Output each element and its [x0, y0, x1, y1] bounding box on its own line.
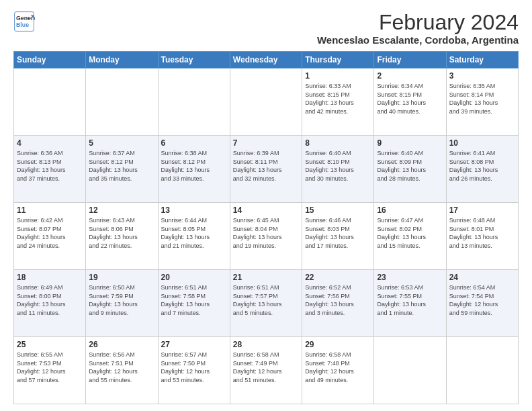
- day-number: 19: [89, 273, 154, 282]
- calendar-week-row: 18Sunrise: 6:49 AM Sunset: 8:00 PM Dayli…: [14, 270, 519, 337]
- day-info: Sunrise: 6:56 AM Sunset: 7:51 PM Dayligh…: [89, 351, 154, 384]
- day-info: Sunrise: 6:57 AM Sunset: 7:50 PM Dayligh…: [161, 351, 227, 384]
- day-info: Sunrise: 6:46 AM Sunset: 8:03 PM Dayligh…: [305, 216, 371, 250]
- day-info: Sunrise: 6:51 AM Sunset: 7:57 PM Dayligh…: [233, 283, 299, 317]
- day-info: Sunrise: 6:38 AM Sunset: 8:12 PM Dayligh…: [161, 149, 227, 183]
- title-block: February 2024 Wenceslao Escalante, Cordo…: [317, 11, 519, 46]
- day-number: 22: [305, 273, 371, 282]
- calendar-cell: 26Sunrise: 6:56 AM Sunset: 7:51 PM Dayli…: [86, 337, 158, 404]
- calendar-week-row: 1Sunrise: 6:33 AM Sunset: 8:15 PM Daylig…: [14, 68, 519, 136]
- calendar-cell: 3Sunrise: 6:35 AM Sunset: 8:14 PM Daylig…: [446, 68, 518, 136]
- day-info: Sunrise: 6:47 AM Sunset: 8:02 PM Dayligh…: [377, 216, 443, 250]
- day-info: Sunrise: 6:36 AM Sunset: 8:13 PM Dayligh…: [17, 149, 83, 183]
- calendar-cell: 7Sunrise: 6:39 AM Sunset: 8:11 PM Daylig…: [230, 136, 302, 203]
- calendar-cell: 20Sunrise: 6:51 AM Sunset: 7:58 PM Dayli…: [158, 270, 230, 337]
- day-info: Sunrise: 6:41 AM Sunset: 8:08 PM Dayligh…: [449, 149, 515, 183]
- day-number: 2: [377, 71, 443, 81]
- day-info: Sunrise: 6:39 AM Sunset: 8:11 PM Dayligh…: [233, 149, 299, 183]
- day-number: 5: [89, 138, 154, 148]
- day-number: 23: [377, 273, 443, 282]
- calendar-cell: 9Sunrise: 6:40 AM Sunset: 8:09 PM Daylig…: [374, 136, 446, 203]
- day-info: Sunrise: 6:42 AM Sunset: 8:07 PM Dayligh…: [17, 216, 83, 250]
- month-year-title: February 2024: [317, 11, 519, 34]
- calendar-week-row: 11Sunrise: 6:42 AM Sunset: 8:07 PM Dayli…: [14, 203, 519, 270]
- calendar-cell: 27Sunrise: 6:57 AM Sunset: 7:50 PM Dayli…: [158, 337, 230, 404]
- day-info: Sunrise: 6:33 AM Sunset: 8:15 PM Dayligh…: [305, 82, 371, 116]
- col-thursday: Thursday: [302, 52, 374, 68]
- col-wednesday: Wednesday: [230, 52, 302, 68]
- calendar-cell: 10Sunrise: 6:41 AM Sunset: 8:08 PM Dayli…: [446, 136, 518, 203]
- calendar-cell: 17Sunrise: 6:48 AM Sunset: 8:01 PM Dayli…: [446, 203, 518, 270]
- day-info: Sunrise: 6:58 AM Sunset: 7:49 PM Dayligh…: [233, 351, 299, 384]
- calendar-header: Sunday Monday Tuesday Wednesday Thursday…: [14, 52, 519, 68]
- svg-text:Blue: Blue: [16, 21, 29, 28]
- day-number: 4: [17, 138, 83, 148]
- day-info: Sunrise: 6:55 AM Sunset: 7:53 PM Dayligh…: [17, 351, 83, 384]
- calendar-cell: 28Sunrise: 6:58 AM Sunset: 7:49 PM Dayli…: [230, 337, 302, 404]
- day-number: 17: [449, 205, 515, 215]
- calendar-cell: 18Sunrise: 6:49 AM Sunset: 8:00 PM Dayli…: [14, 270, 86, 337]
- day-info: Sunrise: 6:54 AM Sunset: 7:54 PM Dayligh…: [449, 283, 515, 317]
- calendar-week-row: 25Sunrise: 6:55 AM Sunset: 7:53 PM Dayli…: [14, 337, 519, 404]
- calendar-cell: 14Sunrise: 6:45 AM Sunset: 8:04 PM Dayli…: [230, 203, 302, 270]
- day-info: Sunrise: 6:52 AM Sunset: 7:56 PM Dayligh…: [305, 283, 371, 317]
- day-number: 24: [449, 273, 515, 282]
- calendar-cell: 13Sunrise: 6:44 AM Sunset: 8:05 PM Dayli…: [158, 203, 230, 270]
- day-number: 28: [233, 340, 299, 349]
- day-info: Sunrise: 6:34 AM Sunset: 8:15 PM Dayligh…: [377, 82, 443, 116]
- calendar-cell: 4Sunrise: 6:36 AM Sunset: 8:13 PM Daylig…: [14, 136, 86, 203]
- day-info: Sunrise: 6:40 AM Sunset: 8:10 PM Dayligh…: [305, 149, 371, 183]
- day-number: 18: [17, 273, 83, 282]
- day-number: 10: [449, 138, 515, 148]
- calendar-cell: [374, 337, 446, 404]
- day-number: 16: [377, 205, 443, 215]
- calendar-cell: 25Sunrise: 6:55 AM Sunset: 7:53 PM Dayli…: [14, 337, 86, 404]
- day-number: 21: [233, 273, 299, 282]
- location-subtitle: Wenceslao Escalante, Cordoba, Argentina: [317, 34, 519, 46]
- calendar-cell: [14, 68, 86, 136]
- calendar-week-row: 4Sunrise: 6:36 AM Sunset: 8:13 PM Daylig…: [14, 136, 519, 203]
- logo-icon: General Blue: [13, 11, 35, 32]
- calendar-cell: 8Sunrise: 6:40 AM Sunset: 8:10 PM Daylig…: [302, 136, 374, 203]
- day-number: 25: [17, 340, 83, 349]
- calendar-cell: 15Sunrise: 6:46 AM Sunset: 8:03 PM Dayli…: [302, 203, 374, 270]
- day-number: 8: [305, 138, 371, 148]
- calendar-cell: 2Sunrise: 6:34 AM Sunset: 8:15 PM Daylig…: [374, 68, 446, 136]
- calendar-cell: 6Sunrise: 6:38 AM Sunset: 8:12 PM Daylig…: [158, 136, 230, 203]
- col-tuesday: Tuesday: [158, 52, 230, 68]
- day-info: Sunrise: 6:43 AM Sunset: 8:06 PM Dayligh…: [89, 216, 154, 250]
- calendar-cell: 5Sunrise: 6:37 AM Sunset: 8:12 PM Daylig…: [86, 136, 158, 203]
- calendar-cell: 1Sunrise: 6:33 AM Sunset: 8:15 PM Daylig…: [302, 68, 374, 136]
- calendar-cell: 29Sunrise: 6:58 AM Sunset: 7:48 PM Dayli…: [302, 337, 374, 404]
- logo: General Blue: [13, 11, 35, 32]
- calendar-cell: [446, 337, 518, 404]
- day-number: 3: [449, 71, 515, 81]
- calendar-cell: 21Sunrise: 6:51 AM Sunset: 7:57 PM Dayli…: [230, 270, 302, 337]
- day-info: Sunrise: 6:44 AM Sunset: 8:05 PM Dayligh…: [161, 216, 227, 250]
- day-info: Sunrise: 6:48 AM Sunset: 8:01 PM Dayligh…: [449, 216, 515, 250]
- calendar-cell: 22Sunrise: 6:52 AM Sunset: 7:56 PM Dayli…: [302, 270, 374, 337]
- day-number: 11: [17, 205, 83, 215]
- page: General Blue February 2024 Wenceslao Esc…: [0, 0, 532, 411]
- day-number: 20: [161, 273, 227, 282]
- calendar-cell: 24Sunrise: 6:54 AM Sunset: 7:54 PM Dayli…: [446, 270, 518, 337]
- day-number: 9: [377, 138, 443, 148]
- calendar-table: Sunday Monday Tuesday Wednesday Thursday…: [13, 51, 519, 404]
- calendar-cell: 12Sunrise: 6:43 AM Sunset: 8:06 PM Dayli…: [86, 203, 158, 270]
- header: General Blue February 2024 Wenceslao Esc…: [13, 11, 519, 46]
- day-number: 26: [89, 340, 154, 349]
- calendar-cell: [86, 68, 158, 136]
- calendar-cell: 23Sunrise: 6:53 AM Sunset: 7:55 PM Dayli…: [374, 270, 446, 337]
- day-info: Sunrise: 6:37 AM Sunset: 8:12 PM Dayligh…: [89, 149, 154, 183]
- day-info: Sunrise: 6:58 AM Sunset: 7:48 PM Dayligh…: [305, 351, 371, 384]
- calendar-cell: 16Sunrise: 6:47 AM Sunset: 8:02 PM Dayli…: [374, 203, 446, 270]
- col-sunday: Sunday: [14, 52, 86, 68]
- calendar-cell: [230, 68, 302, 136]
- calendar-cell: [158, 68, 230, 136]
- col-monday: Monday: [86, 52, 158, 68]
- day-number: 15: [305, 205, 371, 215]
- calendar-cell: 11Sunrise: 6:42 AM Sunset: 8:07 PM Dayli…: [14, 203, 86, 270]
- day-number: 1: [305, 71, 371, 81]
- day-number: 27: [161, 340, 227, 349]
- header-row: Sunday Monday Tuesday Wednesday Thursday…: [14, 52, 519, 68]
